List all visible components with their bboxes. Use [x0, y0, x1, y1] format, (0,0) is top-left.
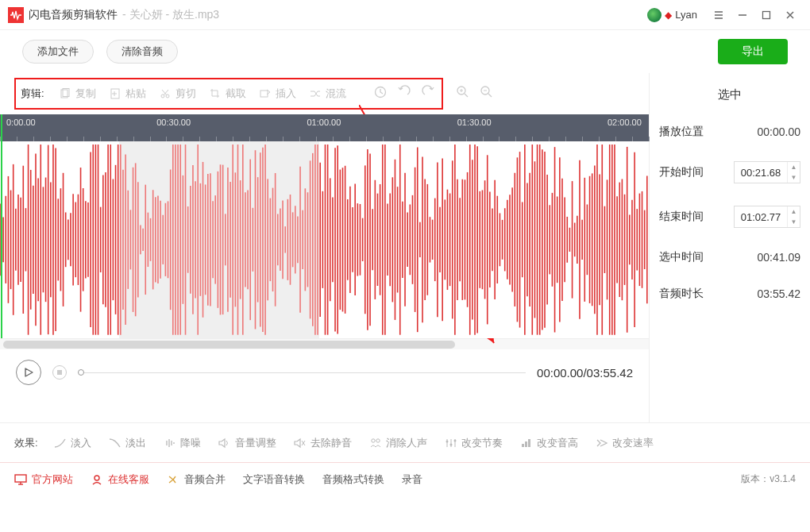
start-time-label: 开始时间 [659, 165, 704, 179]
ruler-tick-label: 02:00.00 [608, 118, 642, 127]
window-menu-button[interactable] [707, 3, 731, 27]
pitch-icon [520, 437, 533, 449]
window-maximize-button[interactable] [754, 3, 778, 27]
fade-in-icon [54, 437, 67, 449]
fade-in-button[interactable]: 淡入 [49, 434, 96, 453]
online-service-link[interactable]: 在线客服 [91, 472, 149, 487]
effects-row: 效果: 淡入 淡出 降噪 音量调整 去除静音 消除人声 改变节奏 改变音高 改变… [0, 422, 810, 462]
username[interactable]: Lyan [675, 9, 697, 21]
play-position-value: 00:00.00 [758, 125, 801, 138]
undo-icon[interactable] [397, 85, 411, 102]
vocals-icon [369, 437, 382, 449]
play-button[interactable] [16, 360, 41, 385]
selection-length-label: 选中时间 [659, 250, 704, 264]
scrollbar-thumb[interactable] [3, 341, 455, 349]
window-minimize-button[interactable] [731, 3, 754, 27]
ruler-tick-label: 01:00.00 [307, 118, 341, 127]
time-display: 00:00.00/03:55.42 [537, 366, 633, 380]
top-action-row: 添加文件 清除音频 导出 [0, 30, 810, 73]
history-icon[interactable] [373, 85, 388, 102]
cut-button[interactable]: 剪切 [152, 83, 202, 104]
svg-rect-301 [522, 444, 524, 447]
denoise-button[interactable]: 降噪 [159, 434, 206, 453]
footer-bar: 官方网站 在线客服 音频合并 文字语音转换 音频格式转换 录音 版本：v3.1.… [0, 462, 810, 495]
stop-button[interactable] [52, 365, 67, 380]
official-site-link[interactable]: 官方网站 [14, 472, 73, 487]
zoom-out-icon[interactable] [480, 85, 494, 102]
selection-panel: 选中 播放位置00:00.00 开始时间 ▲▼ 结束时间 ▲▼ 选中时间00:4… [650, 73, 810, 422]
copy-button[interactable]: 复制 [52, 83, 102, 104]
speed-icon [596, 437, 608, 449]
change-tempo-button[interactable]: 改变节奏 [440, 434, 507, 453]
mix-button[interactable]: 混流 [303, 83, 353, 104]
playhead-marker[interactable] [1, 114, 2, 141]
end-spin-down[interactable]: ▼ [788, 217, 800, 227]
svg-line-20 [465, 94, 468, 97]
horizontal-scrollbar[interactable] [0, 338, 649, 349]
svg-rect-4 [763, 11, 770, 18]
paste-icon [109, 87, 122, 100]
vip-icon: ◆ [665, 10, 672, 21]
ruler-tick-label: 00:30.00 [156, 118, 191, 127]
transport-bar: 00:00.00/03:55.42 [0, 349, 649, 395]
svg-point-298 [449, 443, 452, 445]
start-spin-up[interactable]: ▲ [788, 162, 800, 172]
mute-icon [294, 437, 307, 449]
version-label: 版本：v3.1.4 [741, 472, 796, 486]
timeline-ruler[interactable]: 0:00.0000:30.0001:00.0001:30.0002:00.00 [0, 114, 649, 141]
trim-silence-button[interactable]: 去除静音 [289, 434, 357, 453]
edit-label: 剪辑: [21, 87, 44, 101]
clear-audio-button[interactable]: 清除音频 [106, 40, 178, 64]
progress-slider[interactable] [78, 368, 526, 376]
crop-icon [209, 87, 222, 100]
merge-icon [167, 473, 179, 486]
end-time-input[interactable]: ▲▼ [734, 206, 800, 228]
svg-rect-17 [260, 91, 268, 97]
fade-out-icon [109, 437, 122, 449]
zoom-in-icon[interactable] [456, 85, 470, 102]
monitor-icon [14, 473, 27, 486]
insert-button[interactable]: 插入 [253, 83, 303, 104]
window-close-button[interactable] [778, 3, 802, 27]
avatar[interactable] [647, 8, 662, 22]
add-file-button[interactable]: 添加文件 [22, 40, 94, 64]
tts-link[interactable]: 文字语音转换 [243, 472, 305, 487]
fade-out-button[interactable]: 淡出 [104, 434, 151, 453]
export-button[interactable]: 导出 [718, 39, 788, 64]
mix-icon [309, 87, 322, 100]
crop-button[interactable]: 截取 [202, 83, 253, 104]
ruler-tick-label: 01:30.00 [457, 118, 492, 127]
waveform-view[interactable] [0, 141, 649, 338]
start-spin-down[interactable]: ▼ [788, 172, 800, 183]
remove-vocals-button[interactable]: 消除人声 [364, 434, 432, 453]
tempo-icon [445, 437, 457, 449]
record-link[interactable]: 录音 [402, 472, 422, 487]
ruler-tick-label: 0:00.00 [6, 118, 36, 127]
app-logo-icon [8, 7, 24, 23]
audio-convert-link[interactable]: 音频格式转换 [322, 472, 384, 487]
panel-title: 选中 [659, 87, 800, 102]
progress-handle[interactable] [78, 369, 84, 376]
redo-icon[interactable] [421, 85, 435, 102]
denoise-icon [164, 437, 176, 449]
effects-label: 效果: [14, 436, 38, 450]
edit-toolbar: 剪辑: 复制 粘贴 剪切 截取 插入 混流 [0, 73, 649, 114]
title-bar: 闪电音频剪辑软件 - 关心妍 - 放生.mp3 ◆ Lyan [0, 0, 810, 30]
svg-rect-303 [528, 439, 530, 447]
paste-button[interactable]: 粘贴 [102, 83, 152, 104]
audio-merge-link[interactable]: 音频合并 [167, 472, 226, 487]
volume-button[interactable]: 音量调整 [214, 434, 281, 453]
change-speed-button[interactable]: 改变速率 [591, 434, 658, 453]
start-time-input[interactable]: ▲▼ [734, 161, 800, 183]
volume-icon [218, 437, 231, 449]
svg-point-293 [371, 438, 374, 441]
scissors-icon [159, 87, 172, 100]
total-length-label: 音频时长 [659, 287, 704, 301]
playhead-line[interactable] [1, 141, 2, 338]
end-spin-up[interactable]: ▲ [788, 206, 800, 217]
total-length-value: 03:55.42 [758, 287, 801, 300]
svg-line-24 [488, 94, 492, 97]
app-title: 闪电音频剪辑软件 [29, 8, 118, 22]
change-pitch-button[interactable]: 改变音高 [515, 434, 583, 453]
end-time-label: 结束时间 [659, 210, 704, 224]
